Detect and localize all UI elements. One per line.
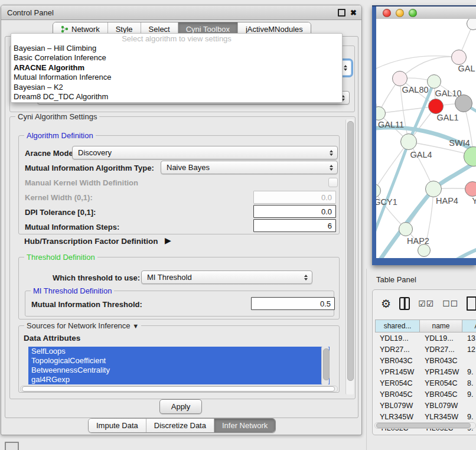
settings-scrollbar-thumb[interactable]	[347, 121, 354, 381]
which-threshold-label: Which threshold to use:	[53, 273, 140, 282]
table-row[interactable]: YER054CYER054C8.	[375, 377, 476, 389]
close-icon[interactable]: ✖	[350, 9, 357, 17]
aracne-mode-value: Discovery	[78, 148, 112, 157]
node-label-gal11: GAL11	[378, 120, 404, 129]
network-node-gal80[interactable]	[392, 71, 407, 86]
tab-label: Network	[71, 25, 100, 34]
attribute-item-selfloops[interactable]: SelfLoops	[28, 347, 330, 356]
data-attributes-list[interactable]: SelfLoopsTopologicalCoefficientBetweenne…	[28, 347, 330, 384]
algorithm-option-bayesian-hill-climbing[interactable]: Bayesian – Hill Climbing	[11, 44, 342, 53]
aracne-mode-label: Aracne Mode:	[25, 149, 76, 158]
aracne-mode-combo[interactable]: Discovery	[72, 146, 338, 159]
tab-discretize-data[interactable]: Discretize Data	[146, 419, 214, 432]
tab-impute-data[interactable]: Impute Data	[89, 419, 146, 432]
control-panel-title: Control Panel	[7, 8, 54, 17]
table-cell: YDL19...	[375, 332, 420, 344]
network-window-titlebar[interactable]	[376, 6, 476, 19]
threshold-definition-group: Threshold Definition Which threshold to …	[18, 257, 340, 319]
table-row[interactable]: YDL19...YDL19...13	[375, 332, 476, 344]
network-canvas[interactable]: GALGAL80GAL10GAL1GAL11GAL4SWI4GCY1HAP4YH…	[376, 19, 476, 258]
table-hscrollbar-thumb[interactable]	[376, 423, 471, 428]
node-label-y: Y	[472, 196, 476, 206]
columns-icon[interactable]	[399, 297, 410, 310]
table-cell: YBL079W	[375, 400, 420, 411]
close-traffic-light-icon[interactable]	[383, 9, 391, 17]
network-node-hap2[interactable]	[399, 222, 413, 236]
which-threshold-combo[interactable]: MI Threshold	[141, 270, 312, 284]
table-row[interactable]: YDR27...YDR27...12	[375, 344, 476, 355]
apply-button[interactable]: Apply	[159, 399, 202, 414]
column-header-a[interactable]: A	[462, 319, 476, 332]
settings-scrollbar[interactable]	[345, 119, 354, 394]
table-cell: YPR145W	[375, 366, 420, 377]
tab-label: jActiveMNodules	[246, 25, 303, 34]
network-node-hap4[interactable]	[425, 181, 442, 197]
table-hscrollbar[interactable]	[374, 422, 476, 429]
attribute-item-gal4rgexp[interactable]: gal4RGexp	[28, 375, 330, 384]
network-node[interactable]	[455, 94, 472, 112]
minimized-panel-icon[interactable]	[5, 442, 19, 450]
zoom-traffic-light-icon[interactable]	[409, 9, 417, 17]
mi-steps-field[interactable]	[253, 219, 336, 232]
attributes-hscrollbar-thumb[interactable]	[22, 386, 335, 392]
table-cell	[462, 355, 476, 366]
network-node-gal10[interactable]	[427, 74, 441, 89]
node-label-gal80: GAL80	[402, 85, 428, 94]
manual-kernel-checkbox[interactable]	[328, 178, 338, 187]
mi-threshold-field[interactable]	[251, 297, 335, 310]
float-panel-icon[interactable]	[338, 9, 345, 17]
algorithm-option-basic-correlation-inference[interactable]: Basic Correlation Inference	[11, 53, 342, 63]
algorithm-option-mutual-information-inference[interactable]: Mutual Information Inference	[11, 73, 342, 82]
tab-infer-network[interactable]: Infer Network	[214, 419, 275, 432]
expand-arrow-icon[interactable]: ▶	[165, 236, 171, 245]
sources-title: Sources for Network Inference ▼	[24, 321, 141, 330]
network-node[interactable]	[418, 244, 431, 257]
export-table-icon[interactable]	[467, 296, 476, 311]
table-cell	[462, 400, 476, 411]
table-row[interactable]: YBR045CYBR045C9.	[375, 389, 476, 400]
attributes-vscrollbar-thumb[interactable]	[323, 348, 330, 380]
table-cell: YDR27...	[420, 344, 462, 355]
algorithm-option-dream8-dc-tdc-algorithm[interactable]: Dream8 DC_TDC Algorithm	[11, 92, 342, 102]
dpi-tolerance-field[interactable]	[253, 205, 336, 218]
table-header-row: shared...nameA	[375, 319, 476, 332]
kernel-width-field[interactable]	[253, 191, 336, 204]
attributes-vscrollbar[interactable]	[321, 347, 329, 384]
minimize-traffic-light-icon[interactable]	[396, 9, 404, 17]
attribute-item-topologicalcoefficient[interactable]: TopologicalCoefficient	[28, 356, 330, 366]
network-node-gal1[interactable]	[428, 99, 444, 114]
column-header-name[interactable]: name	[420, 319, 462, 332]
kernel-width-label: Kernel Width (0,1):	[25, 193, 93, 202]
network-node-gal[interactable]	[451, 50, 467, 65]
control-panel-titlebar: Control Panel ✖	[1, 5, 361, 20]
tab-label: Cyni Toolbox	[186, 25, 230, 34]
collapse-arrow-icon[interactable]: ▼	[132, 322, 139, 330]
table-cell: 8.	[462, 377, 476, 389]
panel-divider[interactable]	[366, 269, 367, 450]
algorithm-option-aracne-algorithm[interactable]: ARACNE Algorithm	[11, 63, 342, 73]
cyni-mode-tabbar: Impute DataDiscretize DataInfer Network	[88, 418, 276, 433]
column-header-shared[interactable]: shared...	[375, 319, 420, 332]
table-cell: 9.	[462, 411, 476, 422]
select-all-checkboxes-icon[interactable]: ☑☑	[418, 299, 434, 308]
combo-arrows-icon	[330, 165, 333, 171]
network-node-y[interactable]	[465, 181, 476, 197]
network-node-gal4[interactable]	[400, 133, 417, 150]
table-cell: YPR145W	[420, 366, 462, 377]
node-label-gal: GAL	[458, 64, 475, 73]
mi-type-label: Mutual Information Algorithm Type:	[25, 164, 154, 172]
table-row[interactable]: YPR145WYPR145W9.	[375, 366, 476, 377]
algorithm-option-bayesian-k2[interactable]: Bayesian – K2	[11, 83, 342, 92]
table-row[interactable]: YLR345WYLR345W9.	[375, 411, 476, 422]
deselect-all-checkboxes-icon[interactable]: ☐☐	[442, 299, 458, 308]
mi-threshold-group: MI Threshold Definition Mutual Informati…	[25, 291, 334, 317]
attributes-hscrollbar[interactable]	[20, 386, 338, 392]
sources-group: Sources for Network Inference ▼ Data Att…	[18, 325, 340, 393]
gear-icon[interactable]: ⚙	[381, 298, 391, 309]
table-row[interactable]: YBL079WYBL079W	[375, 400, 476, 411]
table-cell: YLR345W	[420, 411, 462, 422]
mi-type-combo[interactable]: Naive Bayes	[161, 161, 338, 174]
table-row[interactable]: YBR043CYBR043C	[375, 355, 476, 366]
attribute-item-betweennesscentrality[interactable]: BetweennessCentrality	[28, 366, 330, 375]
dropdown-prompt: Select algorithm to view settings	[11, 34, 342, 44]
